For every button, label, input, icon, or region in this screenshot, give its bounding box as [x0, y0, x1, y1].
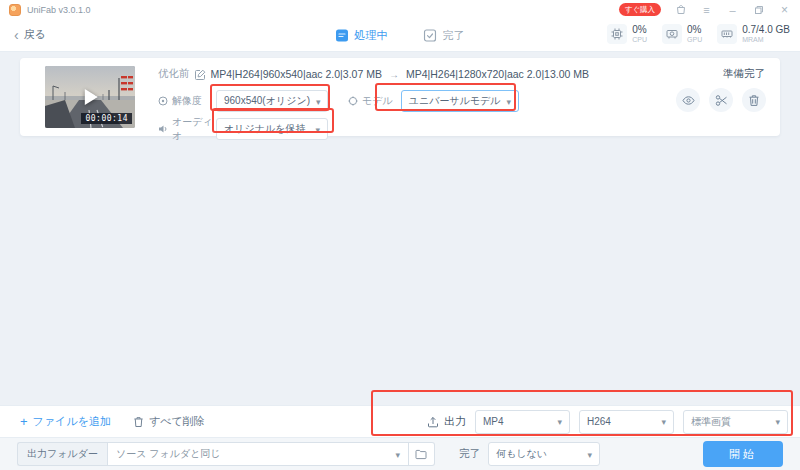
app-title: UniFab v3.0.1.0 — [27, 5, 91, 15]
edit-icon[interactable] — [195, 69, 206, 80]
chevron-down-icon — [551, 416, 562, 427]
delete-all-label: すべて削除 — [149, 414, 205, 429]
back-button[interactable]: 戻る — [14, 27, 46, 42]
gpu-stat: 0% GPU — [662, 24, 702, 44]
cpu-value: 0% — [632, 24, 647, 35]
model-label-group: モデル — [348, 94, 393, 108]
mram-label: MRAM — [742, 35, 790, 44]
chevron-down-icon — [581, 449, 592, 460]
format-value: MP4 — [483, 416, 504, 427]
folder-icon — [415, 449, 427, 460]
model-icon — [348, 96, 358, 106]
format-dropdown[interactable]: MP4 — [475, 410, 570, 434]
settings-row-1: 解像度 960x540(オリジン) モデル ユニバーサルモデル — [158, 90, 519, 112]
gpu-label: GPU — [687, 35, 702, 44]
unifab-window: UniFab v3.0.1.0 すぐ購入 戻る — [0, 0, 800, 470]
play-icon[interactable] — [85, 89, 98, 105]
cart-icon[interactable] — [674, 3, 687, 16]
delete-all-button[interactable]: すべて削除 — [133, 414, 205, 429]
output-folder-dropdown[interactable]: ソース フォルダと同じ — [107, 442, 409, 466]
tab-done-icon — [424, 29, 437, 42]
add-files-button[interactable]: ファイルを追加 — [20, 414, 111, 429]
ram-icon — [717, 24, 737, 44]
cpu-label: CPU — [632, 35, 647, 44]
start-button[interactable]: 開始 — [703, 441, 783, 467]
on-finish-value: 何もしない — [496, 447, 547, 461]
back-chevron-icon — [14, 28, 19, 42]
restore-icon[interactable] — [752, 3, 765, 16]
codec-value: H264 — [587, 416, 611, 427]
mram-value: 0.7/4.0 GB — [742, 24, 790, 35]
output-label: 出力 — [444, 414, 466, 429]
minimize-icon[interactable] — [726, 3, 739, 16]
on-finish-label: 完了 — [459, 447, 480, 461]
quality-dropdown[interactable]: 標準画質 — [683, 410, 788, 434]
status-text: 準備完了 — [723, 67, 765, 81]
preview-button[interactable] — [676, 88, 700, 112]
resolution-dropdown[interactable]: 960x540(オリジン) — [216, 90, 328, 112]
before-label: 优化前 — [158, 67, 190, 81]
add-files-label: ファイルを追加 — [33, 414, 111, 429]
chevron-down-icon — [395, 449, 400, 460]
source-file-info: MP4|H264|960x540|aac 2.0|3.07 MB — [211, 68, 382, 80]
resolution-label-group: 解像度 — [158, 94, 216, 108]
audio-dropdown[interactable]: オリジナルを保持 — [216, 118, 328, 140]
header: 戻る 処理中 完了 — [0, 19, 800, 52]
delete-all-trash-icon — [133, 416, 144, 428]
tab-done-label: 完了 — [443, 28, 465, 43]
tab-processing-icon — [336, 29, 349, 42]
bottom-toolbar: ファイルを追加 すべて削除 出力 MP4 — [0, 405, 800, 438]
preview-eye-icon — [682, 94, 695, 107]
app-logo — [9, 4, 21, 16]
back-label: 戻る — [24, 27, 46, 42]
output-folder-label: 出力フォルダー — [17, 442, 107, 466]
menu-icon[interactable] — [700, 3, 713, 16]
model-dropdown[interactable]: ユニバーサルモデル — [401, 90, 519, 112]
buy-now-badge[interactable]: すぐ購入 — [619, 3, 661, 16]
output-label-group: 出力 — [427, 414, 466, 429]
output-folder-value: ソース フォルダと同じ — [116, 447, 221, 461]
close-icon[interactable] — [778, 3, 791, 16]
cut-button[interactable] — [709, 88, 733, 112]
model-label: モデル — [362, 94, 393, 108]
tab-bar: 処理中 完了 — [336, 19, 465, 51]
target-file-info: MP4|H264|1280x720|aac 2.0|13.00 MB — [406, 68, 589, 80]
browse-folder-button[interactable] — [409, 442, 435, 466]
audio-icon — [158, 124, 168, 134]
cut-scissors-icon — [715, 94, 728, 107]
video-duration: 00:00:14 — [81, 113, 132, 124]
resolution-label: 解像度 — [172, 94, 202, 108]
video-thumbnail[interactable]: 00:00:14 — [45, 66, 135, 128]
tab-processing[interactable]: 処理中 — [336, 28, 388, 43]
quality-value: 標準画質 — [691, 415, 731, 429]
resolution-icon — [158, 96, 168, 106]
audio-label: オーディオ — [172, 115, 216, 143]
audio-value: オリジナルを保持 — [224, 122, 305, 136]
resolution-value: 960x540(オリジン) — [224, 94, 310, 108]
chevron-down-icon — [310, 96, 321, 107]
file-info-row: 优化前 MP4|H264|960x540|aac 2.0|3.07 MB → M… — [158, 67, 589, 81]
file-actions — [676, 88, 766, 112]
audio-label-group: オーディオ — [158, 115, 216, 143]
chevron-down-icon — [501, 96, 512, 107]
file-card: 00:00:14 优化前 MP4|H264|960x540|aac 2.0|3.… — [20, 58, 780, 136]
export-icon — [427, 416, 439, 428]
convert-arrow: → — [389, 69, 399, 80]
on-finish-dropdown[interactable]: 何もしない — [488, 442, 600, 466]
bottom-bar: 出力フォルダー ソース フォルダと同じ 完了 何もしない 開始 — [0, 438, 800, 470]
delete-button[interactable] — [742, 88, 766, 112]
gpu-value: 0% — [687, 24, 702, 35]
mram-stat: 0.7/4.0 GB MRAM — [717, 24, 790, 44]
tab-done[interactable]: 完了 — [424, 28, 465, 43]
codec-dropdown[interactable]: H264 — [579, 410, 674, 434]
tab-processing-label: 処理中 — [355, 28, 388, 43]
model-value: ユニバーサルモデル — [409, 94, 501, 108]
resource-stats: 0% CPU 0% GPU — [607, 24, 790, 44]
gpu-icon — [662, 24, 682, 44]
add-plus-icon — [20, 415, 28, 428]
chevron-down-icon — [655, 416, 666, 427]
delete-trash-icon — [748, 94, 760, 107]
settings-row-2: オーディオ オリジナルを保持 — [158, 115, 328, 143]
output-folder-group: 出力フォルダー ソース フォルダと同じ — [17, 442, 435, 466]
output-settings-group: 出力 MP4 H264 標準画質 — [427, 410, 788, 434]
